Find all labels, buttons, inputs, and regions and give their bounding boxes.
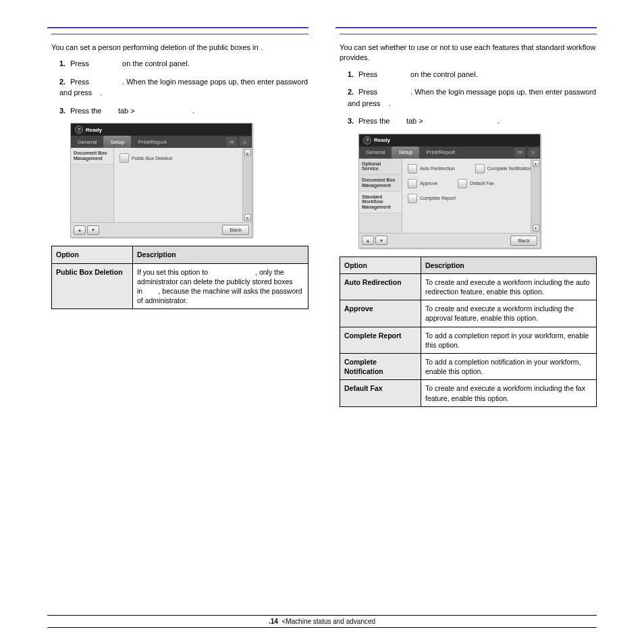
status-ready: Ready: [374, 137, 390, 143]
tab-general[interactable]: General: [359, 146, 392, 159]
right-subsection: You can set whether to use or not to use…: [340, 34, 597, 407]
page-down-icon[interactable]: ▾: [87, 225, 99, 235]
th-option: Option: [52, 246, 133, 263]
login-icon[interactable]: ⇨: [226, 137, 237, 146]
left-column: You can set a person performing deletion…: [47, 27, 308, 407]
row-desc: To create and execute a workform includi…: [421, 273, 597, 300]
right-table: OptionDescription Auto RedirectionTo cre…: [340, 257, 597, 407]
row-desc: To create and execute a workform includi…: [421, 300, 597, 327]
right-intro: You can set whether to use or not to use…: [340, 43, 597, 63]
page-up-icon[interactable]: ▴: [74, 225, 86, 235]
row-desc: To add a completion notification in your…: [421, 353, 597, 379]
back-button[interactable]: Back: [222, 225, 249, 235]
opt-public-box-deletion[interactable]: Public Box Deletion: [119, 153, 246, 163]
row-public-box-opt: Public Box Deletion: [52, 263, 133, 309]
th-desc: Description: [421, 257, 597, 273]
login-icon[interactable]: ⇨: [514, 148, 525, 157]
row-opt: Complete Notification: [340, 353, 421, 379]
opt-default-fax[interactable]: Default Fax: [458, 179, 494, 188]
row-opt: Default Fax: [340, 380, 421, 406]
tab-setup[interactable]: Setup: [103, 136, 131, 148]
checkbox-icon[interactable]: [119, 153, 129, 163]
status-ready: Ready: [86, 127, 102, 133]
row-desc: To add a completion report in your workf…: [421, 327, 597, 353]
tab-print-report[interactable]: Print/Report: [419, 146, 462, 159]
row-opt: Approve: [340, 300, 421, 327]
tab-setup[interactable]: Setup: [392, 146, 419, 159]
th-desc: Description: [133, 246, 308, 263]
left-subsection: You can set a person performing deletion…: [51, 34, 308, 309]
opt-complete-report[interactable]: Complete Report: [408, 194, 456, 203]
th-option: Option: [340, 257, 421, 273]
tab-print-report[interactable]: Print/Report: [131, 136, 173, 148]
sidebar-optional-service[interactable]: Optional Service: [359, 159, 402, 175]
scrollbar[interactable]: ▴ ▾: [242, 148, 252, 222]
scroll-up-icon[interactable]: ▴: [533, 160, 539, 167]
right-column: You can set whether to use or not to use…: [336, 27, 597, 407]
row-desc: To create and execute a workform includi…: [421, 380, 597, 406]
scrollbar[interactable]: ▴ ▾: [531, 159, 540, 233]
opt-approve[interactable]: Approve: [408, 179, 437, 188]
tab-general[interactable]: General: [71, 136, 103, 148]
opt-auto-redirection[interactable]: Auto Redirection: [408, 164, 455, 173]
help-icon[interactable]: ?: [363, 136, 371, 144]
row-opt: Complete Report: [340, 327, 421, 353]
left-intro: You can set a person performing deletion…: [51, 43, 308, 53]
scroll-down-icon[interactable]: ▾: [533, 225, 539, 232]
help-icon[interactable]: ?: [75, 126, 83, 134]
sidebar-doc-box[interactable]: Document Box Management: [359, 175, 402, 191]
back-button[interactable]: Back: [510, 236, 537, 246]
sidebar-workflow[interactable]: Standard Workflow Management: [359, 192, 402, 213]
home-icon[interactable]: ⌂: [528, 148, 539, 157]
row-opt: Auto Redirection: [340, 273, 421, 300]
scroll-up-icon[interactable]: ▴: [244, 149, 251, 156]
left-table: OptionDescription Public Box Deletion If…: [51, 246, 308, 309]
row-public-box-desc: If you set this option to , only the adm…: [133, 263, 308, 309]
footer: .14 <Machine status and advanced: [47, 615, 597, 628]
page-down-icon[interactable]: ▾: [375, 236, 387, 245]
device-screenshot-left: ? Ready General Setup Print/Report ⇨ ⌂ D…: [70, 123, 252, 238]
scroll-down-icon[interactable]: ▾: [244, 214, 251, 221]
opt-complete-notification[interactable]: Complete Notification: [475, 164, 533, 173]
page-up-icon[interactable]: ▴: [362, 236, 374, 245]
home-icon[interactable]: ⌂: [240, 137, 250, 146]
sidebar-doc-box[interactable]: Document Box Management: [71, 148, 113, 164]
device-screenshot-right: ? Ready General Setup Print/Report ⇨ ⌂ O…: [358, 134, 541, 248]
